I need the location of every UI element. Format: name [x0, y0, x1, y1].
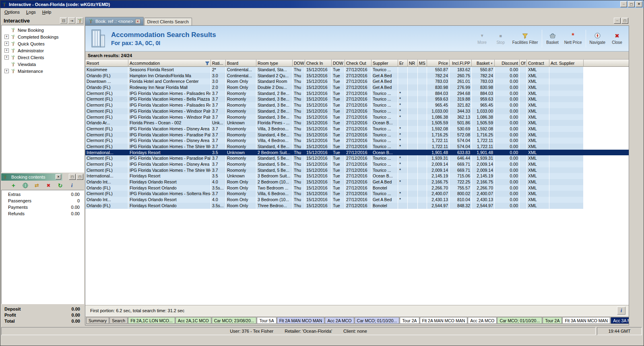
table-row[interactable]: Clermont (FL)IPG Florida Vacation Homes … — [85, 161, 629, 167]
tab-book-ref-none[interactable]: Book. ref .: <none> — [85, 17, 144, 25]
maximize-button[interactable] — [69, 174, 76, 180]
close-button[interactable]: ✖Close — [608, 26, 626, 51]
menu-item-options[interactable]: Options — [1, 9, 23, 15]
tab-direct-clients-search[interactable]: Direct Clients Search — [144, 18, 192, 25]
table-row[interactable]: Clermont (FL)IPG Florida Vacation Homes … — [85, 96, 629, 102]
maximize-button[interactable] — [621, 18, 628, 24]
table-row[interactable]: International...Floridays Resort3.5Unkno… — [85, 150, 629, 156]
info-button[interactable]: i — [617, 307, 625, 315]
table-row[interactable]: Clermont (FL)IPG Florida Vacation Homes … — [85, 132, 629, 138]
sidebar-item-direct-clients[interactable]: +Direct Clients — [2, 54, 84, 61]
table-row[interactable]: Clermont (FL)IPG Florida Vacation Homes … — [85, 102, 629, 108]
sidebar-item-completed-bookings[interactable]: +Completed Bookings — [2, 33, 84, 40]
column-header-check-in[interactable]: Check In — [305, 60, 332, 67]
column-header-basket[interactable]: Basket▼ — [472, 60, 495, 67]
bottom-tab-tour-2a-9[interactable]: Tour 2A — [400, 317, 419, 324]
more-button[interactable]: ▼More — [473, 26, 491, 51]
table-row[interactable]: International...Floridays Resort3.5Unkno… — [85, 173, 629, 179]
column-header-discount[interactable]: Discount — [495, 60, 520, 67]
bottom-tab-flt-3a-man-mco-man-14[interactable]: Flt 3A MAN MCO MAN — [562, 317, 610, 324]
table-row[interactable]: Clermont (FL)IPG Florida Vacation Homes … — [85, 114, 629, 120]
delete-icon[interactable]: ✖ — [45, 182, 52, 189]
info-icon[interactable]: i — [69, 182, 75, 189]
table-row[interactable]: Clermont (FL)IPG Florida Vacation Homes … — [85, 91, 629, 97]
bottom-tab-acc-2a-mco-11[interactable]: Acc 2A MCO — [468, 317, 497, 324]
close-button[interactable] — [636, 1, 642, 7]
bottom-tab-flt-2a-1c-lon-mco-2[interactable]: Flt 2A,1C LON MCO... — [128, 317, 175, 324]
bottom-tab-tour-5a-5[interactable]: Tour 5A — [257, 317, 276, 324]
bottom-tab-acc-2a-1c-mco-3[interactable]: Acc 2A,1C MCO — [175, 317, 211, 324]
table-row[interactable]: Downtown ...Florida Hotel and Conference… — [85, 78, 629, 84]
column-header-incl-fl-pp[interactable]: Incl.Fl.PP — [450, 60, 472, 67]
expand-icon[interactable]: + — [4, 48, 9, 53]
column-header-board[interactable]: Board — [226, 60, 256, 67]
table-row[interactable]: Orlando Ar...Florida Pines - Ocean - 002… — [85, 120, 629, 126]
table-row[interactable]: Orlando (FL)Floridays Resort Orlando3.5s… — [85, 185, 629, 191]
expand-icon[interactable]: + — [4, 55, 9, 60]
basket-button[interactable]: Basket — [543, 26, 562, 51]
column-header-contract[interactable]: Contract — [527, 60, 549, 67]
column-header-price[interactable]: Price — [427, 60, 450, 67]
table-row[interactable]: Clermont (FL)IPG Florida Vacation Homes … — [85, 138, 629, 144]
bottom-tab-car-mco-01-10-20-12[interactable]: Car MCO; 01/10/20... — [497, 317, 542, 324]
bottom-tab-flt-2a-man-mco-man-6[interactable]: Flt 2A MAN MCO MAN — [277, 317, 325, 324]
maximize-button[interactable] — [628, 1, 635, 7]
table-row[interactable]: Clermont (FL)IPG Florida Vacation Homes … — [85, 126, 629, 132]
table-row[interactable]: Orlando (FL)Rodeway Inn Near Florida Mal… — [85, 84, 629, 91]
table-row[interactable]: Clermont (FL)IPG Florida Vacation Homes … — [85, 108, 629, 114]
column-header-room-type[interactable]: Room type — [256, 60, 293, 67]
column-header-dow-in[interactable]: DOW — [293, 60, 305, 67]
booking-contents-close-button[interactable] — [56, 174, 61, 179]
minimize-button[interactable] — [614, 18, 621, 24]
column-header-act-supplier[interactable]: Act. Supplier — [549, 60, 584, 67]
bottom-tab-acc-3a-mco-15[interactable]: Acc 3A MCO — [611, 317, 629, 324]
expand-icon[interactable]: + — [4, 35, 9, 39]
bottom-tab-flt-2a-man-mco-man-10[interactable]: Flt 2A MAN MCO MAN — [420, 317, 468, 324]
nett-price-button[interactable]: *Nett Price — [562, 26, 584, 51]
bottom-tab-summary-0[interactable]: Summary — [86, 317, 109, 324]
menu-item-help[interactable]: Help — [39, 9, 55, 15]
column-header-accommodation[interactable]: Accommodation — [128, 60, 211, 67]
stop-button[interactable]: ■Stop — [491, 26, 510, 51]
globe-icon[interactable] — [22, 182, 29, 189]
palm-button[interactable] — [76, 17, 83, 24]
column-header-of[interactable]: Of — [520, 60, 527, 67]
sidebar-item-administrator[interactable]: +Administrator — [2, 47, 84, 54]
table-row[interactable]: Orlando Int...Floridays Orlando Resort4.… — [85, 197, 629, 203]
layout-button[interactable]: ⊟ — [60, 17, 67, 24]
sidebar-item-maintenance[interactable]: +Maintenance — [2, 68, 84, 74]
expand-icon[interactable]: + — [4, 69, 9, 73]
navigate-button[interactable]: Navigate — [587, 26, 608, 51]
sidebar-item-quick-quotes[interactable]: +Quick Quotes — [2, 40, 84, 47]
column-header-er[interactable]: Er — [398, 60, 408, 67]
maximize-button[interactable] — [76, 174, 83, 180]
bottom-tab-car-mco-01-10-20-8[interactable]: Car MCO; 01/10/20... — [355, 317, 400, 324]
table-row[interactable]: Orlando (FL)Hampton Inn Orlando/Florida … — [85, 73, 629, 79]
transfer-icon[interactable]: ⇄ — [34, 182, 40, 189]
tab-close-icon[interactable] — [135, 19, 140, 24]
bottom-tab-acc-2a-mco-7[interactable]: Acc 2A MCO — [325, 317, 354, 324]
column-header-nr[interactable]: NR — [408, 60, 418, 67]
table-row[interactable]: Clermont (FL)IPG Florida Vacation Homes … — [85, 144, 629, 150]
table-row[interactable]: Orlando Int...Floridays Orlando Resort4.… — [85, 179, 629, 185]
table-row[interactable]: Clermont (FL)IPG Florida Vacation Homes … — [85, 167, 629, 173]
table-row[interactable]: KissimmeeSeasons Florida Resort2*Contine… — [85, 67, 629, 73]
add-icon[interactable]: + — [10, 182, 17, 189]
sidebar-item-new-booking[interactable]: New Booking — [2, 27, 84, 33]
table-row[interactable]: Clermont (FL)IPG Florida Vacation Homes … — [85, 191, 629, 197]
table-row[interactable]: Orlando (FL)Floridays Resort Orlando3.5s… — [85, 203, 629, 209]
column-header-rating[interactable]: Rati... — [211, 60, 226, 67]
column-header-resort[interactable]: Resort — [85, 60, 128, 67]
column-header-dow-out[interactable]: DOW — [332, 60, 345, 67]
refresh-icon[interactable]: ↻ — [57, 182, 64, 189]
table-row[interactable]: Clermont (FL)IPG Florida Vacation Homes … — [85, 155, 629, 161]
minimize-button[interactable] — [620, 1, 627, 7]
menu-item-logs[interactable]: Logs — [23, 9, 39, 15]
bottom-tab-tour-2a-13[interactable]: Tour 2A — [543, 317, 562, 324]
column-header-supplier[interactable]: Supplier — [372, 60, 398, 67]
column-header-check-out[interactable]: Check Out — [345, 60, 372, 67]
dock-button[interactable]: ⇥ — [68, 17, 75, 24]
filter-icon[interactable] — [205, 62, 209, 65]
booking-contents-titlebar[interactable]: Booking contents — [1, 173, 62, 181]
sidebar-item-viewdata[interactable]: Viewdata — [2, 61, 84, 68]
